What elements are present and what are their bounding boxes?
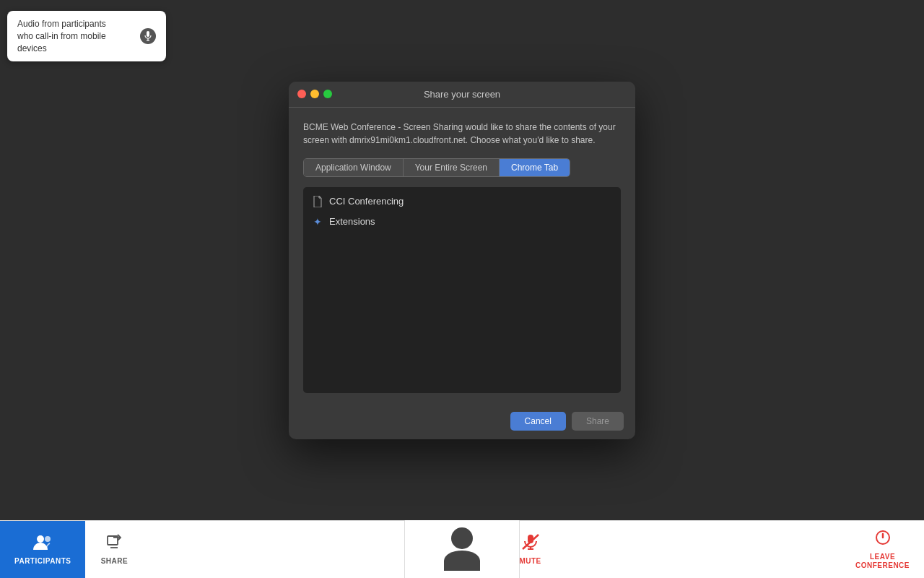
tooltip-line1: Audio from participants bbox=[17, 19, 106, 29]
tab-chrome-tab[interactable]: Chrome Tab bbox=[500, 159, 570, 176]
avatar-area bbox=[404, 520, 520, 578]
share-icon bbox=[106, 534, 122, 554]
minimize-button[interactable] bbox=[310, 90, 319, 98]
extension-icon: ✦ bbox=[312, 216, 323, 228]
dialog-body: BCME Web Conference - Screen Sharing wou… bbox=[289, 108, 635, 403]
mic-icon bbox=[140, 28, 156, 44]
share-label: SHARE bbox=[101, 557, 128, 565]
list-item-extensions[interactable]: ✦ Extensions bbox=[303, 212, 621, 232]
cancel-button[interactable]: Cancel bbox=[510, 412, 566, 431]
share-button[interactable]: Share bbox=[572, 412, 624, 431]
tooltip-line2: who call-in from mobile devices bbox=[17, 31, 106, 53]
svg-point-4 bbox=[45, 536, 51, 542]
leave-icon bbox=[875, 530, 891, 550]
toolbar: PARTICIPANTS SHARE STOP VIDEO bbox=[0, 520, 924, 578]
mute-label: MUTE bbox=[519, 557, 541, 565]
dialog-title: Share your screen bbox=[424, 89, 500, 100]
file-icon bbox=[312, 196, 323, 207]
dialog-footer: Cancel Share bbox=[289, 403, 635, 439]
list-item-cci-conferencing[interactable]: CCI Conferencing bbox=[303, 191, 621, 212]
tab-bar: Application Window Your Entire Screen Ch… bbox=[303, 158, 570, 177]
list-item-label-cci: CCI Conferencing bbox=[329, 196, 404, 207]
avatar-body bbox=[444, 551, 480, 571]
chrome-tab-list: CCI Conferencing ✦ Extensions bbox=[303, 187, 621, 393]
avatar-head bbox=[451, 527, 473, 549]
audio-tooltip: Audio from participants who call-in from… bbox=[7, 11, 166, 61]
dialog-overlay: Share your screen BCME Web Conference - … bbox=[0, 0, 924, 520]
toolbar-item-leave-conference[interactable]: LEAVECONFERENCE bbox=[841, 521, 924, 578]
share-screen-dialog: Share your screen BCME Web Conference - … bbox=[289, 82, 635, 439]
leave-label: LEAVECONFERENCE bbox=[855, 553, 910, 570]
mute-icon bbox=[522, 534, 539, 554]
dialog-description: BCME Web Conference - Screen Sharing wou… bbox=[303, 121, 621, 147]
toolbar-item-participants[interactable]: PARTICIPANTS bbox=[0, 521, 85, 578]
close-button[interactable] bbox=[297, 90, 306, 98]
tab-application-window[interactable]: Application Window bbox=[304, 159, 404, 176]
svg-point-3 bbox=[37, 535, 44, 543]
toolbar-item-share[interactable]: SHARE bbox=[85, 521, 143, 578]
list-item-label-extensions: Extensions bbox=[329, 216, 375, 227]
main-area: Share your screen BCME Web Conference - … bbox=[0, 0, 924, 520]
avatar bbox=[444, 527, 480, 571]
participants-label: PARTICIPANTS bbox=[14, 557, 71, 565]
traffic-lights bbox=[297, 90, 332, 98]
maximize-button[interactable] bbox=[323, 90, 332, 98]
tab-your-entire-screen[interactable]: Your Entire Screen bbox=[404, 159, 500, 176]
dialog-titlebar: Share your screen bbox=[289, 82, 635, 108]
svg-rect-0 bbox=[147, 31, 149, 37]
participants-icon bbox=[33, 534, 52, 554]
